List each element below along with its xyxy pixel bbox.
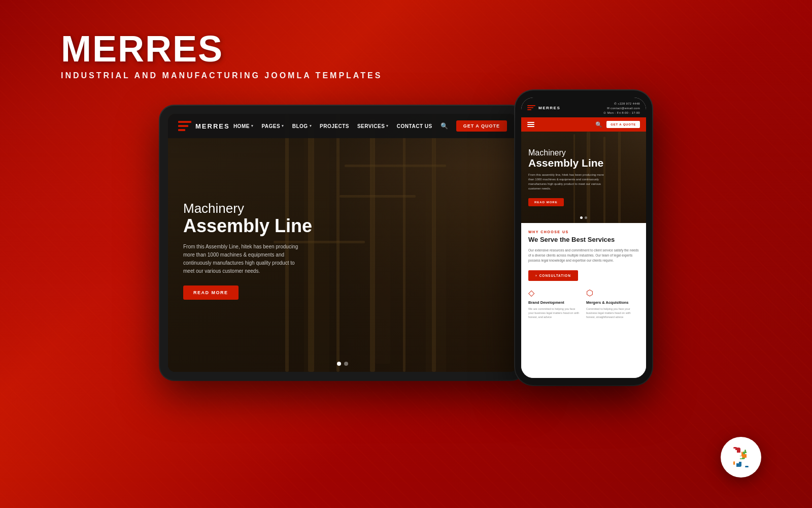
tablet-logo: MERRES bbox=[178, 121, 230, 131]
hero-description: From this Assembly Line, hitek has been … bbox=[183, 243, 305, 275]
phone-hero-title2: Assembly Line bbox=[528, 157, 604, 169]
consultation-label: CONSULTATION bbox=[539, 274, 571, 277]
hamburger-line-2 bbox=[527, 124, 534, 125]
phone-topbar: MERRES ✆ +228 972 4448 ✉ contact@email.c… bbox=[521, 98, 646, 117]
logo-bar-2 bbox=[178, 125, 188, 127]
phone-contact-info: ✆ +228 972 4448 ✉ contact@email.com ⊙ Mo… bbox=[603, 102, 640, 114]
tablet-device: MERRES HOME ▾ PAGES ▾ BLOG ▾ PROJECTS SE… bbox=[160, 106, 525, 380]
read-more-button[interactable]: READ MORE bbox=[183, 285, 239, 300]
tower-1 bbox=[426, 134, 446, 372]
service-mergers-title: Mergers & Acquisitions bbox=[586, 300, 639, 305]
logo-icon bbox=[178, 121, 191, 131]
brand-subtitle: INDUSTRIAL AND MANUFACTURING JOOMLA TEMP… bbox=[61, 71, 382, 80]
nav-contact[interactable]: CONTACT US bbox=[397, 123, 432, 129]
nav-projects[interactable]: PROJECTS bbox=[320, 123, 349, 129]
phone-hero-title1: Machinery bbox=[528, 148, 604, 157]
tower-2 bbox=[375, 144, 390, 364]
service-mergers-desc: Committed to helping you face your busin… bbox=[586, 307, 639, 320]
phone-carousel-dot-2[interactable] bbox=[585, 216, 587, 219]
phone-navbar: 🔍 GET A QUOTE bbox=[521, 117, 646, 132]
svg-rect-1 bbox=[733, 447, 737, 449]
phone-hero-content: Machinery Assembly Line From this assemb… bbox=[528, 148, 604, 207]
consultation-button[interactable]: › CONSULTATION bbox=[528, 270, 578, 281]
why-choose-title: We Serve the Best Services bbox=[528, 236, 639, 244]
tablet-logo-text: MERRES bbox=[195, 122, 230, 130]
phone-search-icon[interactable]: 🔍 bbox=[595, 121, 602, 128]
phone-logo-bar-3 bbox=[527, 109, 531, 110]
phone-read-more-button[interactable]: READ MORE bbox=[528, 198, 564, 206]
hamburger-line-3 bbox=[527, 126, 534, 127]
phone-white-section: WHY CHOOSE US We Serve the Best Services… bbox=[521, 223, 646, 378]
service-brand-desc: We are committed to helping you face you… bbox=[528, 307, 581, 320]
content-wrapper: MERRES INDUSTRIAL AND MANUFACTURING JOOM… bbox=[0, 0, 812, 508]
tablet-hero: Machinery Assembly Line From this Assemb… bbox=[168, 114, 517, 372]
why-choose-description: Our extensive resources and commitment t… bbox=[528, 248, 639, 264]
phone-brand-text: MERRES bbox=[538, 106, 560, 110]
svg-point-0 bbox=[740, 456, 742, 459]
svg-rect-3 bbox=[745, 466, 749, 467]
devices-container: MERRES HOME ▾ PAGES ▾ BLOG ▾ PROJECTS SE… bbox=[61, 106, 751, 385]
tablet-carousel-dots bbox=[337, 362, 348, 366]
phone-carousel-dots bbox=[580, 216, 587, 219]
phone-screen: MERRES ✆ +228 972 4448 ✉ contact@email.c… bbox=[521, 98, 646, 378]
mergers-icon: ⬡ bbox=[586, 288, 639, 298]
tablet-nav-links: HOME ▾ PAGES ▾ BLOG ▾ PROJECTS SERVICES … bbox=[233, 120, 507, 132]
logo-bar-3 bbox=[178, 129, 185, 131]
hamburger-menu-button[interactable] bbox=[527, 122, 534, 127]
pipe-3 bbox=[370, 119, 375, 372]
tablet-navbar: MERRES HOME ▾ PAGES ▾ BLOG ▾ PROJECTS SE… bbox=[168, 114, 517, 138]
services-row: ◇ Brand Development We are committed to … bbox=[528, 288, 639, 320]
nav-services[interactable]: SERVICES ▾ bbox=[357, 123, 389, 129]
hero-title-line2: Assembly Line bbox=[183, 216, 312, 236]
pipe-h2 bbox=[340, 195, 416, 198]
phone-hero-desc: From this assembly line, hitek has been … bbox=[528, 173, 604, 191]
carousel-dot-1[interactable] bbox=[337, 362, 341, 366]
logo-bar-1 bbox=[178, 121, 191, 123]
get-quote-button[interactable]: GET A QUOTE bbox=[456, 120, 507, 132]
nav-home[interactable]: HOME ▾ bbox=[233, 123, 254, 129]
joomla-logo-icon bbox=[728, 444, 754, 470]
svg-rect-4 bbox=[733, 461, 735, 465]
hero-title-line1: Machinery bbox=[183, 201, 312, 216]
tablet-hero-content: Machinery Assembly Line From this Assemb… bbox=[183, 201, 312, 300]
phone-contact-email: ✉ contact@email.com bbox=[607, 106, 640, 110]
phone-hero: Machinery Assembly Line From this assemb… bbox=[521, 132, 646, 223]
phone-nav-right: 🔍 GET A QUOTE bbox=[595, 121, 640, 128]
phone-quote-button[interactable]: GET A QUOTE bbox=[606, 121, 640, 128]
svg-rect-2 bbox=[745, 450, 746, 453]
phone-carousel-dot-1[interactable] bbox=[580, 216, 583, 219]
service-card-mergers: ⬡ Mergers & Acquisitions Committed to he… bbox=[586, 288, 639, 320]
service-card-brand: ◇ Brand Development We are committed to … bbox=[528, 288, 581, 320]
pipe-h1 bbox=[345, 165, 446, 167]
phone-device: MERRES ✆ +228 972 4448 ✉ contact@email.c… bbox=[515, 90, 652, 385]
phone-contact-phone: ✆ +228 972 4448 bbox=[614, 102, 640, 105]
hamburger-line-1 bbox=[527, 122, 534, 123]
why-choose-eyebrow: WHY CHOOSE US bbox=[528, 230, 639, 234]
phone-logo-area: MERRES bbox=[527, 105, 560, 111]
search-icon[interactable]: 🔍 bbox=[441, 122, 448, 130]
joomla-badge bbox=[721, 437, 761, 478]
phone-logo-bar-1 bbox=[527, 105, 535, 106]
consultation-arrow: › bbox=[535, 273, 537, 278]
phone-logo-icon bbox=[527, 105, 535, 111]
phone-pipe-1 bbox=[618, 132, 621, 223]
nav-blog[interactable]: BLOG ▾ bbox=[292, 123, 312, 129]
tablet-screen: MERRES HOME ▾ PAGES ▾ BLOG ▾ PROJECTS SE… bbox=[168, 114, 517, 372]
brand-title: MERRES bbox=[61, 30, 223, 67]
nav-pages[interactable]: PAGES ▾ bbox=[261, 123, 284, 129]
phone-logo-bar-2 bbox=[527, 107, 533, 108]
phone-contact-hours: ⊙ Mon - Fri 8:00 - 17:00 bbox=[603, 111, 640, 114]
service-brand-title: Brand Development bbox=[528, 300, 581, 305]
brand-development-icon: ◇ bbox=[528, 288, 581, 298]
carousel-dot-2[interactable] bbox=[344, 362, 348, 366]
